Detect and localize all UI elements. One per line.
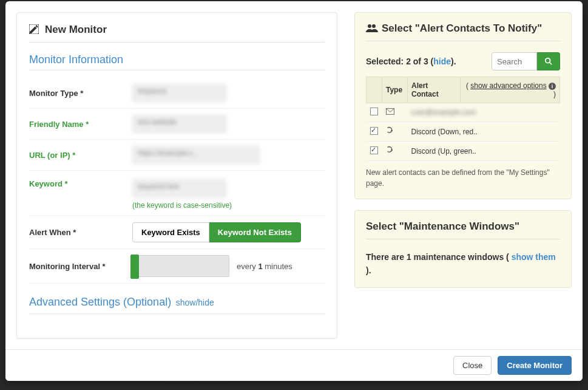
svg-point-2 <box>372 24 376 28</box>
search-button[interactable] <box>537 52 560 70</box>
monitor-info-heading: Monitor Information <box>29 53 325 70</box>
modal-footer: Close Create Monitor <box>5 349 583 381</box>
col-advanced: ( show advanced options i ) <box>461 77 560 103</box>
maintenance-text: There are 1 maintenance windows ( show t… <box>366 250 560 278</box>
edit-icon <box>29 24 40 35</box>
new-monitor-modal: New Monitor Monitor Information Monitor … <box>5 1 583 381</box>
modal-title: New Monitor <box>29 24 325 43</box>
contact-label: Discord (Up, green.. <box>411 147 476 156</box>
row-friendly-name: Friendly Name * test-website <box>29 109 325 140</box>
input-url[interactable]: https://example.c.. <box>132 146 260 164</box>
checkbox[interactable] <box>370 146 378 154</box>
svg-point-3 <box>545 58 550 63</box>
row-monitor-type: Monitor Type * Keyword <box>29 78 325 109</box>
hook-icon <box>386 126 394 135</box>
col-contact: Alert Contact <box>408 77 461 103</box>
table-row: Discord (Down, red.. <box>367 122 560 142</box>
advanced-settings-label: Advanced Settings (Optional) <box>29 296 171 308</box>
contacts-table: Type Alert Contact ( show advanced optio… <box>366 77 560 161</box>
advanced-settings-toggle[interactable]: show/hide <box>176 298 214 307</box>
row-url: URL (or IP) * https://example.c.. <box>29 140 325 171</box>
create-monitor-button[interactable]: Create Monitor <box>498 356 572 375</box>
table-row: user@example.com <box>367 103 560 122</box>
input-friendly-name[interactable]: test-website <box>132 115 226 133</box>
info-icon: i <box>549 83 556 90</box>
alert-contacts-panel: Select "Alert Contacts To Notify" Select… <box>354 12 572 199</box>
alert-contacts-heading: Select "Alert Contacts To Notify" <box>366 22 560 41</box>
maintenance-heading: Select "Maintenance Windows" <box>366 221 560 239</box>
search-input[interactable] <box>492 52 537 70</box>
selected-text: Selected: 2 of 3 (hide). <box>366 56 456 66</box>
slider-handle[interactable] <box>130 255 139 279</box>
label-url: URL (or IP) * <box>29 151 132 160</box>
checkbox[interactable] <box>370 108 378 115</box>
maintenance-panel: Select "Maintenance Windows" There are 1… <box>354 210 572 288</box>
monitor-form-panel: New Monitor Monitor Information Monitor … <box>16 12 337 338</box>
checkbox[interactable] <box>370 127 378 135</box>
interval-readout: every 1 minutes <box>237 262 292 271</box>
close-button[interactable]: Close <box>453 356 492 375</box>
row-keyword: Keyword * keyword-text (the keyword is c… <box>29 171 325 216</box>
selected-row: Selected: 2 of 3 (hide). <box>366 52 560 70</box>
table-row: Discord (Up, green.. <box>367 142 560 161</box>
svg-point-1 <box>368 24 371 28</box>
alert-contacts-heading-text: Select "Alert Contacts To Notify" <box>382 22 542 35</box>
interval-slider[interactable] <box>132 255 229 277</box>
search-wrap <box>492 52 560 70</box>
label-friendly-name: Friendly Name * <box>29 120 132 129</box>
btn-keyword-exists[interactable]: Keyword Exists <box>132 222 209 242</box>
users-icon <box>366 23 377 34</box>
svg-point-6 <box>391 130 393 132</box>
hide-link[interactable]: hide <box>433 56 451 66</box>
row-alert-when: Alert When * Keyword Exists Keyword Not … <box>29 216 325 249</box>
mail-icon <box>386 108 394 117</box>
select-monitor-type[interactable]: Keyword <box>132 84 226 102</box>
btn-keyword-not-exists[interactable]: Keyword Not Exists <box>209 222 301 242</box>
hint-keyword: (the keyword is case-sensitive) <box>132 201 325 210</box>
input-keyword[interactable]: keyword-text <box>132 179 226 197</box>
label-monitor-type: Monitor Type * <box>29 89 132 98</box>
contacts-note: New alert contacts can be defined from t… <box>366 167 560 189</box>
hook-icon <box>386 146 394 154</box>
contact-label: Discord (Down, red.. <box>411 128 478 136</box>
label-keyword: Keyword * <box>29 179 132 188</box>
advanced-settings-row: Advanced Settings (Optional) show/hide <box>29 296 325 314</box>
modal-body: New Monitor Monitor Information Monitor … <box>5 1 583 349</box>
show-advanced-link[interactable]: show advanced options <box>470 81 546 90</box>
alert-when-toggle: Keyword Exists Keyword Not Exists <box>132 222 325 242</box>
label-alert-when: Alert When * <box>29 228 132 237</box>
label-interval: Monitoring Interval * <box>29 262 132 271</box>
row-interval: Monitoring Interval * every 1 minutes <box>29 249 325 284</box>
col-type: Type <box>382 77 408 103</box>
search-icon <box>544 57 553 66</box>
svg-line-4 <box>549 63 552 65</box>
right-column: Select "Alert Contacts To Notify" Select… <box>354 12 572 338</box>
modal-title-text: New Monitor <box>45 24 107 36</box>
show-maintenance-link[interactable]: show them <box>512 252 556 262</box>
svg-point-7 <box>391 149 393 151</box>
contact-label: user@example.com <box>411 108 476 117</box>
